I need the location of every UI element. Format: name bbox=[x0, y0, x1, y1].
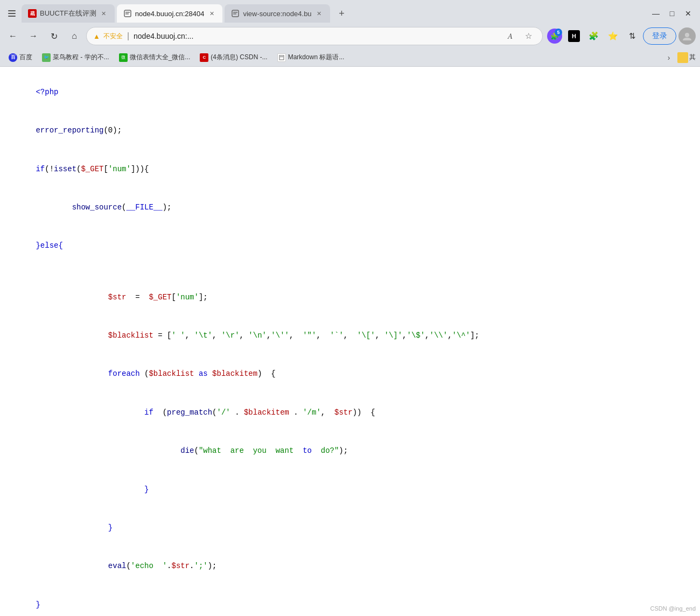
code-token: '\t' bbox=[194, 331, 213, 340]
code-line-11: die("what are you want to do?"); bbox=[9, 432, 691, 470]
tab-viewsource-icon bbox=[231, 9, 240, 18]
tab-viewsource[interactable]: view-source:node4.bu ✕ bbox=[225, 4, 330, 23]
code-token: , bbox=[240, 331, 249, 340]
code-token: , bbox=[425, 331, 429, 340]
code-display: <?php error_reporting(0); if(!isset($_GE… bbox=[9, 73, 691, 616]
code-line-2: error_reporting(0); bbox=[9, 111, 691, 150]
code-line-8: $blacklist = [' ', '\t', '\r', '\n','\''… bbox=[9, 317, 691, 355]
close-button[interactable]: ✕ bbox=[681, 6, 696, 21]
refresh-button[interactable]: ↻ bbox=[45, 27, 62, 45]
minimize-button[interactable]: — bbox=[648, 6, 663, 21]
forward-button[interactable]: → bbox=[25, 27, 42, 45]
code-token: show_source bbox=[72, 203, 122, 212]
bookmark-cainiao[interactable]: 🐦 菜鸟教程 - 学的不... bbox=[38, 51, 114, 64]
maximize-button[interactable]: □ bbox=[664, 6, 680, 21]
code-line-1: <?php bbox=[9, 73, 691, 111]
tab-node4[interactable]: node4.buuoj.cn:28404 ✕ bbox=[117, 4, 223, 23]
code-line-12: } bbox=[9, 471, 691, 509]
wechat-bm-icon: 微 bbox=[119, 53, 128, 62]
code-token: [ bbox=[171, 293, 176, 302]
code-line-3: if(!isset($_GET['num'])){ bbox=[9, 150, 691, 188]
url-display[interactable]: node4.buuoj.cn:... bbox=[134, 32, 499, 40]
bookmarks-more-button[interactable]: › bbox=[661, 50, 676, 65]
translate-icon[interactable]: 𝐴 bbox=[502, 29, 517, 44]
new-tab-button[interactable]: + bbox=[334, 6, 349, 21]
security-warning-icon: ▲ bbox=[93, 32, 100, 40]
tab-buuctf-close[interactable]: ✕ bbox=[100, 9, 108, 18]
code-token: } bbox=[36, 523, 113, 532]
tab-node4-close[interactable]: ✕ bbox=[207, 9, 216, 18]
browser-menu-icon[interactable] bbox=[4, 6, 19, 21]
bookmark-cainiao-label: 菜鸟教程 - 学的不... bbox=[53, 53, 109, 62]
markdown-icon bbox=[277, 53, 286, 62]
code-token: if bbox=[144, 408, 153, 417]
bookmark-markdown-label: Markdown 标题语... bbox=[288, 53, 345, 62]
code-token: 'echo ' bbox=[131, 562, 167, 570]
address-separator: | bbox=[127, 31, 129, 41]
hypothesis-icon[interactable]: H bbox=[565, 27, 583, 45]
code-token: '"' bbox=[303, 331, 316, 340]
code-token: } bbox=[36, 600, 40, 609]
address-row: ← → ↻ ⌂ ▲ 不安全 | node4.buuoj.cn:... 𝐴 ☆ 🧩… bbox=[0, 24, 700, 48]
bookmark-baidu[interactable]: 百 百度 bbox=[4, 51, 37, 64]
code-token: '\]' bbox=[384, 331, 402, 340]
tab-buuctf-label: BUUCTF在线评测 bbox=[40, 9, 96, 18]
code-token: (0); bbox=[103, 126, 122, 135]
code-token: = [ bbox=[153, 331, 172, 340]
code-token bbox=[36, 562, 108, 570]
svg-rect-2 bbox=[8, 16, 16, 17]
code-token: $_GET bbox=[149, 293, 171, 302]
bookmark-markdown[interactable]: Markdown 标题语... bbox=[273, 51, 349, 64]
code-token: '\'' bbox=[271, 331, 289, 340]
bookmark-csdn[interactable]: C (4条消息) CSDN -... bbox=[195, 51, 271, 64]
bookmarks-folder-icon[interactable] bbox=[677, 52, 688, 63]
browser-chrome: 疏 BUUCTF在线评测 ✕ node4.buuoj.cn:28404 ✕ vi… bbox=[0, 0, 700, 67]
back-button[interactable]: ← bbox=[4, 27, 22, 45]
code-token: ' ' bbox=[171, 331, 185, 340]
avatar[interactable] bbox=[678, 27, 696, 45]
extension-badge[interactable]: 🧩 5 bbox=[546, 27, 563, 45]
code-token: ]; bbox=[470, 331, 479, 340]
tab-node4-icon bbox=[123, 9, 132, 18]
code-token: '/' bbox=[217, 408, 230, 417]
code-token: , bbox=[212, 331, 221, 340]
login-button[interactable]: 登录 bbox=[643, 27, 676, 45]
code-token: $_GET bbox=[81, 165, 103, 173]
code-token: do?" bbox=[312, 446, 339, 455]
collection-icon[interactable]: ⭐ bbox=[604, 27, 621, 45]
code-token: 'num' bbox=[176, 293, 199, 302]
bookmarks-folder-label[interactable]: 其 bbox=[689, 53, 696, 62]
code-token: $str bbox=[334, 408, 353, 417]
puzzle-icon[interactable]: 🧩 bbox=[585, 27, 602, 45]
code-token: die bbox=[180, 446, 194, 455]
code-token bbox=[208, 369, 212, 378]
code-token: ); bbox=[208, 562, 217, 570]
address-bar[interactable]: ▲ 不安全 | node4.buuoj.cn:... 𝐴 ☆ bbox=[86, 27, 543, 45]
code-token: '`' bbox=[330, 331, 344, 340]
bookmarks-bar: 百 百度 🐦 菜鸟教程 - 学的不... 微 微信表情大全_微信... C (4… bbox=[0, 48, 700, 67]
csdn-icon: C bbox=[200, 53, 208, 62]
code-token: ';' bbox=[194, 562, 208, 570]
code-token: '\n' bbox=[248, 331, 267, 340]
svg-rect-1 bbox=[8, 13, 16, 14]
code-token: , bbox=[289, 331, 303, 340]
sync-icon[interactable]: ⇅ bbox=[624, 27, 641, 45]
code-token: ( bbox=[153, 408, 167, 417]
star-icon[interactable]: ☆ bbox=[521, 29, 536, 44]
tab-node4-label: node4.buuoj.cn:28404 bbox=[135, 10, 205, 18]
code-token: '\^' bbox=[452, 331, 471, 340]
code-token: . bbox=[289, 408, 303, 417]
code-token: ); bbox=[339, 446, 348, 455]
code-line-13: } bbox=[9, 509, 691, 547]
tab-viewsource-close[interactable]: ✕ bbox=[315, 9, 324, 18]
svg-rect-0 bbox=[8, 10, 16, 11]
tab-buuctf[interactable]: 疏 BUUCTF在线评测 ✕ bbox=[22, 4, 115, 23]
code-token: . bbox=[190, 562, 194, 570]
code-token: to bbox=[303, 446, 312, 455]
watermark: CSDN @ing_end bbox=[650, 605, 696, 612]
svg-rect-4 bbox=[125, 12, 130, 13]
bookmark-wechat[interactable]: 微 微信表情大全_微信... bbox=[115, 51, 195, 64]
svg-rect-7 bbox=[233, 12, 237, 13]
home-button[interactable]: ⌂ bbox=[66, 27, 83, 45]
code-token: ); bbox=[163, 203, 172, 212]
